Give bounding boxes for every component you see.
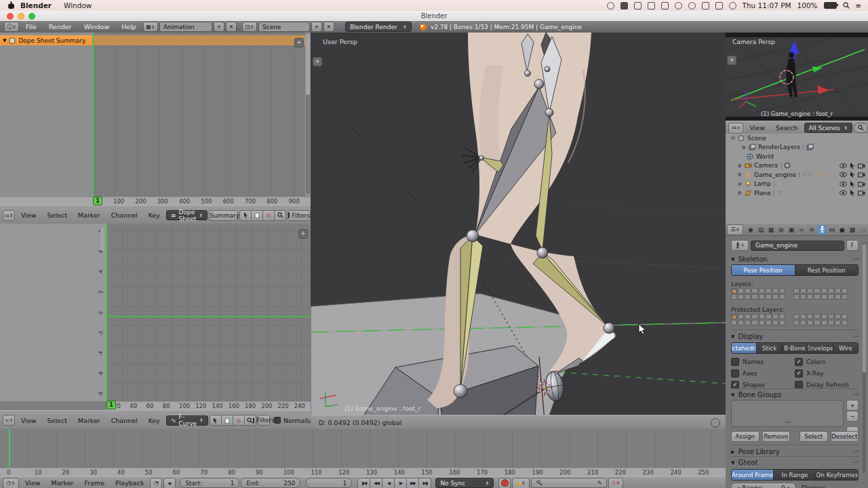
airplay-icon[interactable]	[661, 2, 669, 9]
dope-sheet-keyframe-grid[interactable]	[93, 33, 305, 197]
error-icon[interactable]: ◎	[263, 210, 275, 221]
bone-groups-list[interactable]: ══	[731, 400, 844, 427]
id-name-field[interactable]: Game_engine	[751, 241, 844, 251]
next-keyframe-icon[interactable]: ▶▶	[407, 478, 419, 488]
panel-ghost[interactable]: ▼Ghost══	[731, 459, 859, 466]
deselect-button[interactable]: Deselect	[831, 431, 859, 442]
material-tab-icon[interactable]: ●	[837, 225, 847, 235]
names-checkbox[interactable]: Names	[731, 358, 795, 366]
eye-icon[interactable]	[840, 163, 847, 169]
add-scene-button[interactable]: +	[311, 22, 322, 32]
keying-set-icon[interactable]: ◆⇕	[512, 478, 530, 488]
outliner-search-input[interactable]	[854, 123, 868, 133]
render-engine-select[interactable]: Blender Render⇕	[345, 22, 412, 32]
menu-render[interactable]: Render	[43, 23, 77, 30]
time-machine-icon[interactable]	[688, 2, 696, 9]
timeline-area[interactable]	[0, 429, 726, 468]
outliner-row-renderlayers[interactable]: ⊕ RenderLayers |	[726, 143, 868, 152]
expand-icon[interactable]: ⊕	[736, 181, 743, 187]
app-icon[interactable]	[620, 2, 628, 9]
camera-preview-scene[interactable]	[726, 33, 868, 121]
expand-icon[interactable]: ⊕	[741, 144, 747, 150]
notification-center-icon[interactable]: ≡	[856, 2, 861, 9]
jump-to-end-icon[interactable]: ▶▮	[419, 478, 431, 488]
normalize-toggle[interactable]: Normalize	[274, 417, 316, 424]
render-toggle-icon[interactable]	[858, 163, 865, 169]
current-frame-line[interactable]	[9, 429, 10, 468]
outliner-row-camera[interactable]: ⊕ Camera |	[726, 161, 868, 171]
lock-icon[interactable]: 🔒︎	[163, 478, 176, 488]
menu-frame[interactable]: Frame	[79, 479, 109, 487]
3d-scene[interactable]	[311, 33, 726, 415]
outliner-label[interactable]: Game_engine	[754, 171, 796, 178]
wire-button[interactable]: Wire	[833, 343, 858, 353]
collapse-icon[interactable]: ▼	[3, 38, 6, 43]
chat-icon[interactable]	[675, 2, 682, 9]
menu-marker[interactable]: Marker	[73, 417, 105, 424]
menu-window[interactable]: Window	[79, 23, 115, 30]
menu-select[interactable]: Select	[43, 417, 72, 424]
graph-scrollbar[interactable]	[100, 228, 104, 251]
fake-user-button[interactable]: F	[846, 240, 859, 251]
outliner-label[interactable]: RenderLayers	[758, 144, 800, 150]
menu-view[interactable]: View	[745, 124, 770, 131]
menu-select[interactable]: Select	[43, 211, 72, 219]
editor-type-icon[interactable]: ≔⇕	[728, 123, 743, 134]
dope-region-toggle-icon[interactable]: +	[294, 38, 304, 47]
scene-field[interactable]: Scene	[258, 22, 310, 32]
protected-layers-grid-2[interactable]	[793, 314, 848, 325]
viewport-region-toggle-icon[interactable]: +	[313, 57, 322, 66]
pose-position-button[interactable]: Pose Position	[732, 265, 795, 275]
dope-sheet-summary-row[interactable]: ▼ Dope Sheet Summary	[0, 35, 305, 45]
b-bone-button[interactable]: B-Bone	[782, 343, 807, 353]
cursor-icon[interactable]	[239, 210, 252, 221]
prev-keyframe-icon[interactable]: ◀◀	[370, 478, 382, 488]
dope-sheet-area[interactable]: ▼ Dope Sheet Summary +	[0, 33, 311, 197]
editor-type-icon[interactable]: ☰⇕	[727, 224, 743, 235]
timeline-ruler[interactable]: 0102030405060708090100110120130140150160…	[0, 468, 726, 476]
delete-layout-button[interactable]: ✕	[226, 22, 237, 32]
current-frame-line[interactable]	[92, 33, 94, 197]
manipulator-icon[interactable]	[711, 418, 720, 428]
ghost-range-field[interactable]: ◂ Range:0 ▸	[731, 483, 796, 488]
wifi-icon[interactable]	[729, 2, 736, 9]
expand-icon[interactable]: ⊕	[736, 190, 743, 196]
ghost-icon[interactable]	[222, 415, 233, 426]
outliner-label[interactable]: Camera	[754, 162, 778, 169]
rest-position-button[interactable]: Rest Position	[795, 265, 859, 275]
editor-type-icon[interactable]: ⚏⇕	[3, 210, 15, 221]
graph-editor-grid[interactable]	[106, 224, 311, 401]
editor-type-icon[interactable]: ∿⇕	[3, 415, 15, 426]
current-frame-line[interactable]	[106, 224, 107, 401]
menu-key[interactable]: Key	[144, 417, 165, 424]
menu-window[interactable]: Window	[58, 1, 98, 9]
menu-channel[interactable]: Channel	[106, 417, 142, 424]
delete-scene-button[interactable]: ✕	[323, 22, 334, 32]
window-titlebar[interactable]: Blender	[0, 11, 868, 22]
menu-playback[interactable]: Playback	[111, 479, 149, 487]
render-layers-tab-icon[interactable]: ▤	[756, 225, 766, 235]
x-ray-checkbox[interactable]: ✓X-Ray	[795, 369, 859, 378]
screen-layout-field[interactable]: Animation	[159, 22, 212, 32]
current-frame-field[interactable]: 1	[306, 478, 352, 488]
properties-scrollbar[interactable]	[863, 243, 866, 473]
screen-record-icon[interactable]	[607, 2, 614, 9]
expand-icon[interactable]: ⊕	[736, 171, 743, 178]
axes-checkbox[interactable]: Axes	[731, 369, 795, 378]
outliner-row-plane[interactable]: ⊕ Plane | ▽	[726, 188, 868, 198]
end-frame-field[interactable]: End:250	[241, 478, 300, 488]
menu-marker[interactable]: Marker	[47, 479, 79, 487]
apple-menu-icon[interactable]	[8, 2, 14, 9]
cursor-select-icon[interactable]	[850, 190, 855, 196]
dope-scrollbar[interactable]	[306, 34, 310, 194]
outliner-label[interactable]: Plane	[754, 190, 771, 197]
world-tab-icon[interactable]: ◍	[776, 225, 786, 235]
filters-button[interactable]: Filters	[288, 210, 311, 221]
outliner-label[interactable]: World	[756, 153, 774, 160]
texture-tab-icon[interactable]: ▩	[848, 225, 857, 235]
outliner-row-scene[interactable]: ⊖ Scene	[726, 134, 868, 143]
armature-browse-icon[interactable]: ⇕	[731, 240, 749, 251]
graph-editor-ruler[interactable]: 20406080100120140160180200220240	[106, 401, 311, 410]
outliner-label[interactable]: Scene	[747, 135, 766, 142]
editor-type-icon[interactable]: ◷⇕	[3, 478, 19, 488]
